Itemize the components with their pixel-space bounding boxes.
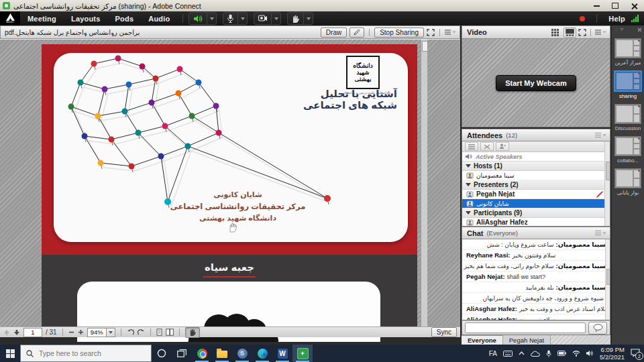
breakout-view-button[interactable] [480, 142, 494, 151]
attendees-group-hosts[interactable]: Hosts (1) [462, 162, 610, 171]
taskbar-skype[interactable]: S [232, 345, 252, 362]
microphone-button[interactable] [223, 12, 248, 25]
draw-button[interactable]: Draw [321, 27, 347, 38]
task-view-button[interactable] [172, 345, 192, 362]
adobe-logo: Adobe [0, 11, 20, 25]
cortana-button[interactable] [152, 345, 172, 362]
page-down-button[interactable] [13, 329, 20, 336]
single-page-view-button[interactable] [156, 328, 162, 336]
zoom-in-button[interactable] [78, 329, 84, 335]
taskbar-word[interactable]: W [272, 345, 292, 362]
page-up-button[interactable] [3, 329, 10, 336]
chat-pod-menu[interactable] [595, 231, 610, 236]
webcam-button[interactable] [254, 12, 281, 25]
layout-thumbnail [614, 38, 641, 58]
chat-tab-everyone[interactable]: Everyone [462, 335, 503, 345]
video-fullscreen-button[interactable] [578, 29, 586, 36]
attendee-row-selected[interactable]: شایان کانونی [462, 199, 610, 208]
webcam-dropdown[interactable] [271, 13, 280, 24]
attendees-scrollbar[interactable] [604, 141, 610, 227]
layout-item[interactable]: میراز آعرین [612, 38, 644, 66]
list-view-icon [468, 144, 475, 149]
layouts-menu[interactable] [614, 28, 624, 32]
start-button[interactable] [0, 345, 20, 362]
attendees-group-participants[interactable]: Participants (9) [462, 208, 610, 218]
taskbar-edge[interactable] [252, 345, 272, 362]
chat-scrollbar[interactable] [605, 239, 610, 320]
sync-button[interactable]: Sync [431, 327, 457, 337]
layout-item-sharing[interactable]: sharing [612, 70, 644, 99]
document-scrollbar[interactable] [421, 40, 427, 327]
keyboard-icon[interactable] [503, 351, 513, 357]
pointer-tool-button[interactable] [350, 27, 364, 38]
maximize-button[interactable] [606, 1, 624, 11]
speech-bubble-icon [593, 324, 603, 332]
menu-help[interactable]: Help [608, 15, 625, 23]
document-scrollbar-thumb[interactable] [422, 41, 428, 52]
tray-microphone-icon[interactable] [546, 350, 551, 357]
menu-meeting[interactable]: Meeting [28, 15, 56, 23]
attendees-pod-menu[interactable] [595, 133, 610, 138]
microphone-dropdown[interactable] [237, 13, 247, 24]
windows-logo-icon [6, 349, 15, 358]
page-number-input[interactable] [23, 328, 42, 337]
stop-sharing-button[interactable]: Stop Sharing [374, 27, 424, 38]
attendees-count: (12) [506, 131, 517, 139]
slide-title: آشنایی با تحلیلشبکه های اجتماعی [303, 88, 397, 111]
hidden-icons-chevron[interactable] [519, 351, 525, 355]
menu-audio[interactable]: Audio [148, 15, 170, 23]
attendees-scrollbar-thumb[interactable] [606, 162, 611, 180]
start-webcam-button[interactable]: Start My Webcam [496, 75, 576, 91]
speaker-button[interactable] [189, 12, 217, 25]
menu-pods[interactable]: Pods [115, 15, 134, 23]
onedrive-icon[interactable] [531, 351, 540, 357]
wifi-icon[interactable] [572, 351, 580, 357]
attendee-row[interactable]: AliAsghar Hafez [462, 218, 610, 227]
search-input[interactable] [38, 349, 141, 358]
fullscreen-button[interactable] [427, 29, 435, 36]
layout-item[interactable]: نوار پایانی [612, 168, 644, 196]
video-pod-menu[interactable] [595, 29, 606, 35]
attendee-status-view-button[interactable] [496, 142, 509, 151]
raise-hand-dropdown[interactable] [303, 13, 313, 24]
taskbar-file-explorer[interactable] [212, 345, 232, 362]
layouts-close-icon[interactable] [637, 27, 642, 32]
group-label: Hosts (1) [474, 162, 502, 170]
action-center-button[interactable]: 2 [631, 349, 640, 358]
raise-hand-button[interactable] [287, 12, 313, 25]
chat-message-input[interactable] [465, 322, 586, 333]
pan-tool-button[interactable] [185, 327, 200, 338]
attendee-list-view-button[interactable] [465, 142, 478, 151]
battery-icon[interactable] [557, 351, 566, 356]
chat-scrollbar-thumb[interactable] [606, 269, 611, 285]
attendee-row[interactable]: سینا معصومیان [462, 171, 610, 180]
share-pod-menu[interactable] [445, 29, 456, 35]
redo-button[interactable] [138, 329, 145, 336]
chat-send-button[interactable] [588, 322, 607, 335]
taskbar-chrome[interactable] [192, 345, 212, 362]
zoom-level-select[interactable]: 94% [87, 328, 115, 337]
grid-view-button[interactable] [549, 27, 561, 38]
taskbar-search[interactable] [20, 345, 152, 362]
language-indicator[interactable]: FA [489, 350, 497, 357]
attendees-group-presenters[interactable]: Presenters (2) [462, 180, 610, 190]
speaker-dropdown[interactable] [207, 13, 216, 24]
filmstrip-view-button[interactable] [564, 27, 576, 38]
chat-tab-private[interactable]: Pegah Nejat [503, 335, 551, 345]
attendee-row-pegah[interactable]: Pegah Nejat [462, 190, 610, 199]
video-fullscreen-icon [578, 29, 586, 36]
zoom-dropdown-arrow[interactable] [106, 328, 115, 337]
close-button[interactable] [625, 1, 643, 11]
minimize-button[interactable] [588, 1, 605, 11]
adobe-connect-icon [297, 348, 309, 359]
two-page-view-button[interactable] [166, 328, 174, 336]
zoom-out-button[interactable] [68, 329, 74, 335]
layout-item-discussion[interactable]: Discussion [612, 104, 644, 131]
window-titlebar: مرکز تحقیقات روانشناسی اجتماعی (sharing)… [0, 0, 644, 12]
taskbar-clock[interactable]: 6:09 PM 5/2/2021 [600, 346, 625, 361]
taskbar-adobe-connect[interactable] [292, 345, 313, 362]
layout-item-collaboration[interactable]: collabo... [612, 136, 644, 164]
menu-layouts[interactable]: Layouts [71, 15, 101, 23]
volume-icon[interactable] [586, 350, 594, 357]
undo-button[interactable] [127, 329, 134, 336]
